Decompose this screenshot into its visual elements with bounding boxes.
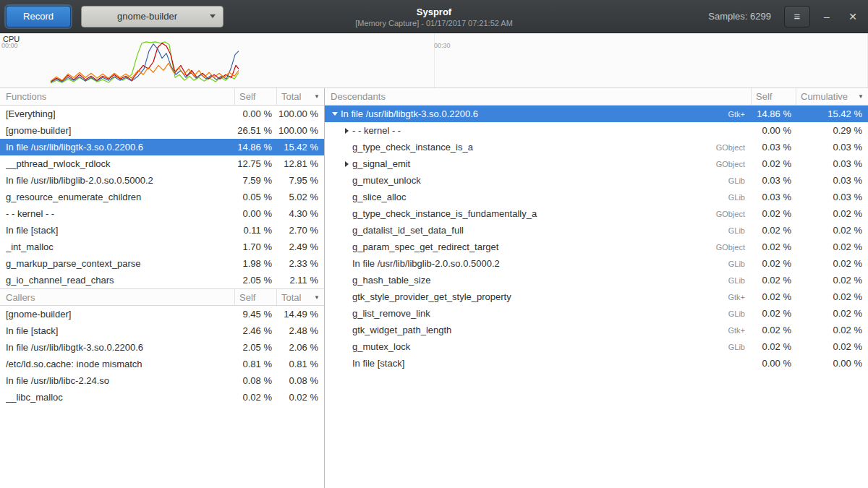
expander-icon[interactable] [341, 161, 352, 167]
cpu-graph[interactable]: CPU 00:00 00:30 [0, 33, 868, 88]
library-badge: GLib [728, 276, 751, 285]
descendant-row[interactable]: gtk_widget_path_length Gtk+ 0.02 % 0.02 … [325, 322, 868, 338]
total-column-header[interactable]: Total ▼ [276, 88, 324, 105]
library-badge: GLib [728, 343, 751, 351]
library-badge: GObject [716, 243, 751, 252]
time-label-start: 00:00 [1, 42, 18, 49]
descendant-row[interactable]: g_type_check_instance_is_fundamentally_a… [325, 205, 868, 222]
descendant-row[interactable]: g_hash_table_size GLib 0.02 % 0.02 % [325, 272, 868, 288]
function-row[interactable]: - - kernel - - 0.00 % 4.30 % [0, 205, 324, 222]
library-badge: GLib [728, 193, 751, 202]
capture-subtitle: [Memory Capture] - 01/17/2017 07:21:52 A… [355, 19, 513, 27]
library-badge: GLib [728, 226, 751, 235]
headerbar: Record gnome-builder Sysprof [Memory Cap… [0, 0, 868, 33]
library-badge: GObject [716, 210, 751, 218]
time-label-mid: 00:30 [434, 42, 451, 49]
library-badge: GLib [728, 176, 751, 185]
caller-row[interactable]: __libc_malloc 0.02 % 0.02 % [0, 389, 324, 406]
descendant-row[interactable]: g_mutex_lock GLib 0.02 % 0.02 % [325, 338, 868, 355]
descendant-row[interactable]: g_slice_alloc GLib 0.03 % 0.03 % [325, 189, 868, 205]
function-row[interactable]: g_io_channel_read_chars 2.05 % 2.11 % [0, 272, 324, 288]
function-row[interactable]: In file [stack] 0.11 % 2.70 % [0, 222, 324, 239]
descendant-row[interactable]: g_type_check_instance_is_a GObject 0.03 … [325, 139, 868, 155]
function-row[interactable]: In file /usr/lib/libglib-2.0.so.0.5000.2… [0, 172, 324, 189]
descendants-header-row: Descendants Self Cumulative ▼ [325, 88, 868, 106]
cumulative-column-header[interactable]: Cumulative ▼ [796, 88, 868, 105]
caller-row[interactable]: [gnome-builder] 9.45 % 14.49 % [0, 306, 324, 322]
descendants-panel: Descendants Self Cumulative ▼ In file /u… [325, 88, 868, 488]
function-row[interactable]: _int_malloc 1.70 % 2.49 % [0, 239, 324, 255]
left-panel: Functions Self Total ▼ [Everything] 0.00… [0, 88, 325, 488]
menu-button[interactable]: ≡ [784, 6, 810, 27]
functions-rows: [Everything] 0.00 % 100.00 % [gnome-buil… [0, 106, 324, 288]
process-selector-dropdown[interactable]: gnome-builder [81, 6, 224, 27]
function-row[interactable]: In file /usr/lib/libgtk-3.so.0.2200.6 14… [0, 139, 324, 155]
total-column-header[interactable]: Total ▼ [276, 289, 324, 305]
library-badge: Gtk+ [728, 326, 751, 335]
self-column-header[interactable]: Self [234, 289, 276, 305]
caller-row[interactable]: In file [stack] 2.46 % 2.48 % [0, 322, 324, 339]
caller-row[interactable]: In file /usr/lib/libgtk-3.so.0.2200.6 2.… [0, 339, 324, 356]
functions-column-header[interactable]: Functions [0, 88, 234, 105]
descendant-row[interactable]: g_datalist_id_set_data_full GLib 0.02 % … [325, 222, 868, 239]
self-column-header[interactable]: Self [234, 88, 276, 105]
process-selector-label: gnome-builder [89, 11, 205, 22]
library-badge: GLib [728, 309, 751, 318]
descendant-row[interactable]: In file /usr/lib/libglib-2.0.so.0.5000.2… [325, 255, 868, 272]
expander-icon[interactable] [329, 112, 341, 116]
caller-row[interactable]: /etc/ld.so.cache: inode mismatch 0.81 % … [0, 356, 324, 372]
expander-icon[interactable] [341, 128, 352, 134]
sort-indicator-icon: ▼ [314, 93, 320, 100]
chevron-down-icon [210, 14, 216, 18]
descendant-row[interactable]: In file [stack] 0.00 % 0.00 % [325, 355, 868, 372]
library-badge: GLib [728, 260, 751, 268]
minimize-button[interactable]: – [817, 7, 836, 26]
hamburger-icon: ≡ [794, 10, 801, 22]
functions-header-row: Functions Self Total ▼ [0, 88, 324, 106]
caller-row[interactable]: In file /usr/lib/libc-2.24.so 0.08 % 0.0… [0, 372, 324, 389]
callers-rows: [gnome-builder] 9.45 % 14.49 % In file [… [0, 306, 324, 406]
descendants-rows: In file /usr/lib/libgtk-3.so.0.2200.6 Gt… [325, 106, 868, 372]
function-row[interactable]: g_markup_parse_context_parse 1.98 % 2.33… [0, 255, 324, 272]
library-badge: Gtk+ [728, 293, 751, 301]
descendant-row[interactable]: g_list_remove_link GLib 0.02 % 0.02 % [325, 305, 868, 322]
library-badge: GObject [716, 160, 751, 168]
function-row[interactable]: __pthread_rwlock_rdlock 12.75 % 12.81 % [0, 155, 324, 172]
descendant-row[interactable]: gtk_style_provider_get_style_property Gt… [325, 288, 868, 305]
function-row[interactable]: [gnome-builder] 26.51 % 100.00 % [0, 122, 324, 139]
app-title: Sysprof [417, 7, 451, 17]
minimize-icon: – [824, 11, 830, 22]
samples-count: Samples: 6299 [708, 11, 771, 22]
descendants-column-header[interactable]: Descendants [325, 88, 751, 105]
function-row[interactable]: [Everything] 0.00 % 100.00 % [0, 106, 324, 122]
sort-indicator-icon: ▼ [314, 294, 320, 301]
library-badge: GObject [716, 143, 751, 152]
close-icon: ✕ [848, 11, 857, 22]
record-button[interactable]: Record [6, 6, 71, 27]
library-badge: Gtk+ [728, 110, 751, 119]
descendant-row[interactable]: - - kernel - - 0.00 % 0.29 % [325, 122, 868, 139]
self-column-header[interactable]: Self [751, 88, 796, 105]
close-button[interactable]: ✕ [843, 7, 862, 26]
descendant-row[interactable]: g_mutex_unlock GLib 0.03 % 0.03 % [325, 172, 868, 189]
function-row[interactable]: g_resource_enumerate_children 0.05 % 5.0… [0, 189, 324, 205]
callers-column-header[interactable]: Callers [0, 289, 234, 305]
descendant-row[interactable]: g_param_spec_get_redirect_target GObject… [325, 239, 868, 255]
callers-header-row: Callers Self Total ▼ [0, 288, 324, 306]
descendant-row[interactable]: g_signal_emit GObject 0.02 % 0.03 % [325, 155, 868, 172]
descendant-row[interactable]: In file /usr/lib/libgtk-3.so.0.2200.6 Gt… [325, 106, 868, 122]
sort-indicator-icon: ▼ [858, 93, 864, 100]
